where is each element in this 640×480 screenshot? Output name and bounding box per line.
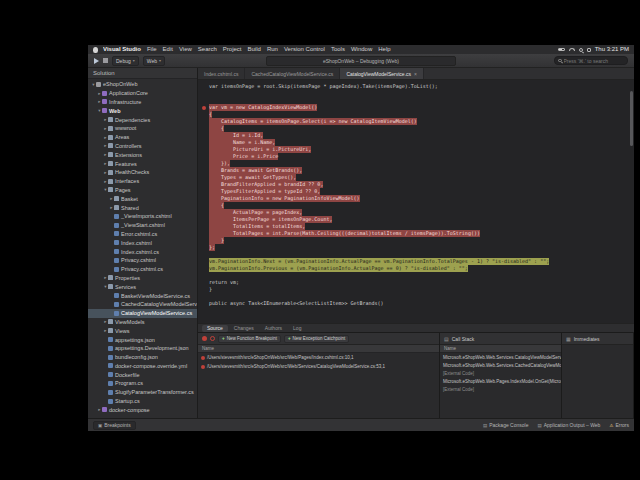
menu-item-help[interactable]: Help xyxy=(378,45,390,54)
subtab-log[interactable]: Log xyxy=(288,325,306,332)
tab-index-cshtml-cs[interactable]: Index.cshtml.cs xyxy=(198,68,245,79)
menu-item-project[interactable]: Project xyxy=(223,45,242,54)
tree-item-extensions[interactable]: ▸Extensions xyxy=(88,150,197,159)
dock-tab-breakpoints[interactable]: ▣ Breakpoints xyxy=(93,421,136,430)
code-line-1[interactable]: var itemsOnPage = root.Skip(itemsPage * … xyxy=(198,83,634,90)
tree-item-basketviewmodelservice-cs[interactable]: BasketViewModelService.cs xyxy=(88,291,197,300)
callstack-row[interactable]: Microsoft.eShopWeb.Web.Pages.IndexModel.… xyxy=(440,377,561,385)
tree-item-program-cs[interactable]: Program.cs xyxy=(88,379,197,388)
tree-item-privacy-cshtml-cs[interactable]: Privacy.cshtml.cs xyxy=(88,265,197,274)
code-line-24[interactable]: }; xyxy=(198,244,634,251)
menu-item-edit[interactable]: Edit xyxy=(163,45,173,54)
code-line-9[interactable]: Name = i.Name, xyxy=(198,139,634,146)
subtab-source[interactable]: Source xyxy=(202,325,228,332)
search-input[interactable] xyxy=(564,58,625,64)
tree-item-views[interactable]: ▸Views xyxy=(88,326,197,335)
subtab-changes[interactable]: Changes xyxy=(229,325,259,332)
code-line-15[interactable]: BrandFilterApplied = brandId ?? 0, xyxy=(198,181,634,188)
tree-item-wwwroot[interactable]: ▸wwwroot xyxy=(88,124,197,133)
tree-item-privacy-cshtml[interactable]: Privacy.cshtml xyxy=(88,256,197,265)
tree-item-docker-compose[interactable]: ▸docker-compose xyxy=(88,405,197,414)
toolbar-search[interactable] xyxy=(554,56,628,65)
tree-item-viewimports-cshtml[interactable]: _ViewImports.cshtml xyxy=(88,212,197,221)
tree-item-index-cshtml-cs[interactable]: Index.cshtml.cs xyxy=(88,247,197,256)
code-line-18[interactable]: { xyxy=(198,202,634,209)
tree-item-error-cshtml-cs[interactable]: Error.cshtml.cs xyxy=(88,230,197,239)
statusbar-item-errors[interactable]: ⚠Errors xyxy=(609,422,629,428)
tree-item-healthchecks[interactable]: ▸HealthChecks xyxy=(88,168,197,177)
tree-item-infrastructure[interactable]: ▸Infrastructure xyxy=(88,98,197,107)
code-line-17[interactable]: PaginationInfo = new PaginationInfoViewM… xyxy=(198,195,634,202)
tree-item-services[interactable]: ▾Services xyxy=(88,282,197,291)
code-line-11[interactable]: Price = i.Price xyxy=(198,153,634,160)
run-button[interactable] xyxy=(94,58,99,64)
tree-item-dockerfile[interactable]: Dockerfile xyxy=(88,370,197,379)
stop-button[interactable] xyxy=(103,58,108,63)
code-line-33[interactable] xyxy=(198,307,634,314)
tree-item-areas[interactable]: ▸Areas xyxy=(88,133,197,142)
menu-item-visual-studio[interactable]: Visual Studio xyxy=(103,45,141,54)
menu-item-version-control[interactable]: Version Control xyxy=(284,45,325,54)
wifi-icon[interactable] xyxy=(569,48,575,51)
editor-scrollbar[interactable] xyxy=(630,83,633,320)
callstack-row[interactable]: Microsoft.eShopWeb.Web.Services.CatalogV… xyxy=(440,353,561,361)
tree-item-appsettings-json[interactable]: appsettings.json xyxy=(88,335,197,344)
run-target-select[interactable]: Web ▾ xyxy=(143,56,165,66)
code-line-32[interactable]: public async Task<IEnumerable<SelectList… xyxy=(198,300,634,307)
code-line-10[interactable]: PictureUri = i.PictureUri, xyxy=(198,146,634,153)
code-line-3[interactable] xyxy=(198,97,634,104)
menu-item-tools[interactable]: Tools xyxy=(331,45,345,54)
code-line-23[interactable]: } xyxy=(198,237,634,244)
close-icon[interactable]: × xyxy=(414,71,417,77)
button-new-exception-catchpoint[interactable]: +New Exception Catchpoint xyxy=(284,335,349,343)
callstack-row[interactable]: [External Code] xyxy=(440,369,561,377)
code-editor[interactable]: var itemsOnPage = root.Skip(itemsPage * … xyxy=(198,80,634,323)
tree-item-docker-compose-override-yml[interactable]: docker-compose.override.yml xyxy=(88,362,197,371)
code-line-12[interactable]: }), xyxy=(198,160,634,167)
code-line-28[interactable] xyxy=(198,272,634,279)
tree-item-pages[interactable]: ▾Pages xyxy=(88,186,197,195)
callstack-row[interactable]: [External Code] xyxy=(440,385,561,393)
code-line-19[interactable]: ActualPage = pageIndex, xyxy=(198,209,634,216)
tree-item-features[interactable]: ▸Features xyxy=(88,159,197,168)
statusbar-item-application-output-web[interactable]: ▤Application Output – Web xyxy=(537,422,600,428)
callstack-row[interactable]: Microsoft.eShopWeb.Web.Services.CachedCa… xyxy=(440,361,561,369)
subtab-authors[interactable]: Authors xyxy=(260,325,287,332)
menu-item-window[interactable]: Window xyxy=(351,45,372,54)
tree-item-basket[interactable]: ▸Basket xyxy=(88,194,197,203)
code-line-25[interactable] xyxy=(198,251,634,258)
code-line-21[interactable]: TotalItems = totalItems, xyxy=(198,223,634,230)
code-line-29[interactable]: return vm; xyxy=(198,279,634,286)
tree-item-applicationcore[interactable]: ▸ApplicationCore xyxy=(88,89,197,98)
code-line-13[interactable]: Brands = await GetBrands(), xyxy=(198,167,634,174)
tree-item-cachedcatalogviewmodelservice-cs[interactable]: CachedCatalogViewModelService.cs xyxy=(88,300,197,309)
menu-item-file[interactable]: File xyxy=(147,45,157,54)
menu-item-view[interactable]: View xyxy=(179,45,192,54)
breakpoint-icon[interactable] xyxy=(202,106,206,110)
tree-item-viewmodels[interactable]: ▸ViewModels xyxy=(88,318,197,327)
notification-center-icon[interactable] xyxy=(587,48,591,52)
tree-item-eshoponweb[interactable]: ▾eShopOnWeb xyxy=(88,80,197,89)
tree-item-interfaces[interactable]: ▸Interfaces xyxy=(88,177,197,186)
tree-item-dependencies[interactable]: ▸Dependencies xyxy=(88,115,197,124)
code-line-22[interactable]: TotalPages = int.Parse(Math.Ceiling(((de… xyxy=(198,230,634,237)
statusbar-item-package-console[interactable]: ▤Package Console xyxy=(483,422,528,428)
code-line-8[interactable]: Id = i.Id, xyxy=(198,132,634,139)
tree-item-shared[interactable]: ▸Shared xyxy=(88,203,197,212)
tree-item-catalogviewmodelservice-cs[interactable]: CatalogViewModelService.cs xyxy=(88,309,197,318)
tree-item-startup-cs[interactable]: Startup.cs xyxy=(88,397,197,406)
tab-catalogviewmodelservice-cs[interactable]: CatalogViewModelService.cs× xyxy=(340,68,424,79)
code-line-31[interactable] xyxy=(198,293,634,300)
breakpoint-row[interactable]: /Users/stevesmith/src/eShopOnWeb/src/Web… xyxy=(198,362,439,371)
menu-clock[interactable]: Thu 3:21 PM xyxy=(595,45,629,54)
tree-item-bundleconfig-json[interactable]: bundleconfig.json xyxy=(88,353,197,362)
configuration-select[interactable]: Debug ▾ xyxy=(112,56,139,66)
scrollbar-thumb[interactable] xyxy=(630,91,633,146)
menu-item-search[interactable]: Search xyxy=(198,45,217,54)
code-line-4[interactable]: var vm = new CatalogIndexViewModel() xyxy=(198,104,634,111)
battery-icon[interactable] xyxy=(558,48,565,52)
tree-item-controllers[interactable]: ▸Controllers xyxy=(88,142,197,151)
tree-item-web[interactable]: ▾Web xyxy=(88,106,197,115)
tab-cachedcatalogviewmodelservice-cs[interactable]: CachedCatalogViewModelService.cs xyxy=(245,68,340,79)
tree-item-slugifyparametertransformer-cs[interactable]: SlugifyParameterTransformer.cs xyxy=(88,388,197,397)
